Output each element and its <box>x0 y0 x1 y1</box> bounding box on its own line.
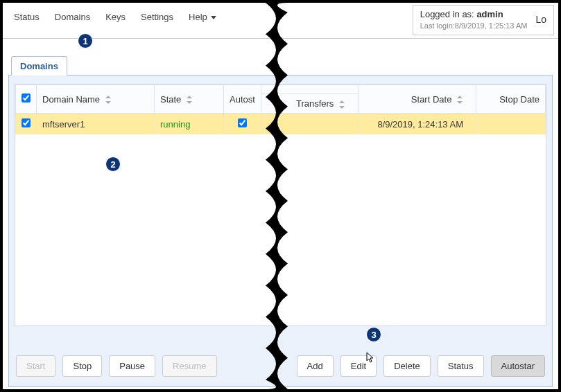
status-button[interactable]: Status <box>438 355 484 377</box>
start-button[interactable]: Start <box>16 355 55 377</box>
cell-autostart-checkbox[interactable] <box>238 118 247 127</box>
col-autostart[interactable]: Autost <box>224 85 261 114</box>
cell-transfers <box>261 114 359 135</box>
col-autostart-label: Autost <box>230 94 255 105</box>
col-transfers[interactable]: Transfers <box>261 94 359 114</box>
main-nav: Status Domains Keys Settings Help <box>14 8 216 22</box>
logout-button-partial[interactable]: Lo <box>535 14 546 25</box>
col-start-date-label: Start Date <box>411 94 452 105</box>
tab-strip: Domains <box>8 55 553 75</box>
annotation-badge-2: 2 <box>105 157 121 172</box>
annotation-badge-3: 3 <box>366 327 381 342</box>
resume-button[interactable]: Resume <box>162 355 216 377</box>
login-box: Logged in as: admin Last login:8/9/2019,… <box>413 5 554 35</box>
nav-status[interactable]: Status <box>14 12 40 22</box>
last-login-prefix: Last login: <box>420 21 455 30</box>
stop-button[interactable]: Stop <box>62 355 102 377</box>
col-stop-date-label: Stop Date <box>499 94 540 105</box>
row-checkbox[interactable] <box>21 118 31 127</box>
col-state-label: State <box>160 94 181 105</box>
domains-grid: Domain Name State Autost Start Date <box>15 84 546 326</box>
col-start-date[interactable]: Start Date <box>359 85 476 114</box>
tab-domains[interactable]: Domains <box>11 56 67 75</box>
cell-start-date: 8/9/2019, 1:24:13 AM <box>359 114 476 135</box>
sort-icon <box>105 96 112 104</box>
login-prefix: Logged in as: <box>420 9 474 19</box>
last-login-value: 8/9/2019, 1:25:13 AM <box>455 21 528 30</box>
cell-state: running <box>155 114 224 135</box>
button-row: Start Stop Pause Resume Add Edit Delete … <box>16 355 545 377</box>
annotation-badge-1: 1 <box>78 33 93 48</box>
col-domain-name[interactable]: Domain Name <box>37 85 155 114</box>
sort-icon <box>456 96 463 104</box>
cursor-icon <box>365 352 377 364</box>
cell-domain-name: mftserver1 <box>37 114 155 135</box>
nav-keys[interactable]: Keys <box>105 12 126 22</box>
tab-content: Domain Name State Autost Start Date <box>8 75 553 387</box>
add-button[interactable]: Add <box>297 355 334 377</box>
pause-button[interactable]: Pause <box>109 355 155 377</box>
sort-icon <box>186 96 193 104</box>
nav-help[interactable]: Help <box>189 12 216 22</box>
col-domain-name-label: Domain Name <box>42 94 100 105</box>
col-stop-date[interactable]: Stop Date <box>476 85 546 114</box>
col-select-all[interactable] <box>16 85 37 114</box>
select-all-checkbox[interactable] <box>21 93 31 103</box>
nav-domains[interactable]: Domains <box>55 12 90 22</box>
table-row[interactable]: mftserver1 running 8/9/2019, 1:24:13 AM <box>16 114 546 135</box>
col-transfers-label: Transfers <box>296 98 334 109</box>
autostart-button[interactable]: Autostar <box>491 355 545 377</box>
login-user: admin <box>476 9 503 19</box>
panel: Domains Domain Name State <box>3 39 558 392</box>
col-state[interactable]: State <box>155 85 224 114</box>
cell-stop-date <box>476 114 546 135</box>
sort-icon <box>338 100 345 109</box>
nav-settings[interactable]: Settings <box>141 12 173 22</box>
delete-button[interactable]: Delete <box>383 355 431 377</box>
